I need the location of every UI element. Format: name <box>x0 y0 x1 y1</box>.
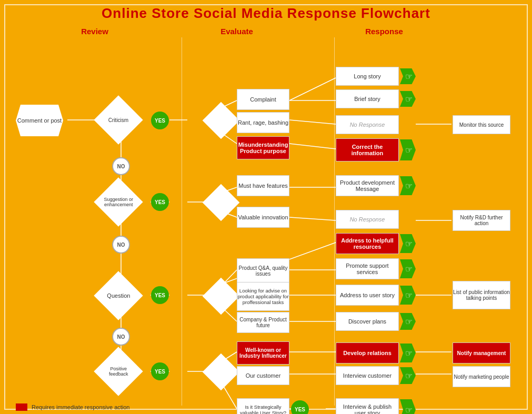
company-product-node: Company & Product future <box>237 312 289 333</box>
address-user-btn[interactable]: ☞ <box>400 286 416 305</box>
col-divider-1 <box>182 37 182 406</box>
flowchart-area: Review Evaluate Response <box>0 27 532 414</box>
evaluate-diamond-positive <box>205 358 237 386</box>
discover-plans-btn[interactable]: ☞ <box>400 313 416 330</box>
question-no: NO <box>112 328 130 346</box>
address-helpful-response: Address to helpfull resources ☞ <box>336 233 416 254</box>
correct-info-response: Correct the information ☞ <box>336 138 416 161</box>
positive-feedback-yes: YES <box>151 362 169 380</box>
suggestion-no: NO <box>112 236 130 254</box>
evaluate-diamond-question <box>205 282 237 310</box>
brief-story-response: Brief story ☞ <box>336 89 416 108</box>
strategic-yes: YES <box>291 400 309 414</box>
product-dev-response: Product development Message ☞ <box>336 175 416 196</box>
svg-line-8 <box>289 120 336 124</box>
notify-marketing-node: Notify marketing people <box>453 366 510 387</box>
notify-mgmt-node: Notify management <box>453 342 510 363</box>
complaint-node: Complaint <box>237 89 289 110</box>
legend: Requires immediate responsive action <box>16 403 129 411</box>
no-response-1: No Response <box>336 115 399 134</box>
product-qa-node: Product Q&A, quality issues <box>237 258 289 284</box>
interview-publish-btn[interactable]: ☞ <box>400 399 416 414</box>
list-public-node: List of public information talking point… <box>453 281 510 309</box>
promote-support-btn[interactable]: ☞ <box>400 259 416 278</box>
develop-relations-response: Develop relations ☞ <box>336 342 416 363</box>
address-helpful-btn[interactable]: ☞ <box>400 234 416 253</box>
rant-node: Rant, rage, bashing <box>237 112 289 133</box>
col-header-review: Review <box>63 27 126 36</box>
notify-rd-node: Notify R&D further action <box>453 210 510 231</box>
strategically-valuable-node: Is it Strategically valuable User Story? <box>237 398 289 414</box>
criticism-no: NO <box>112 157 130 175</box>
product-dev-btn[interactable]: ☞ <box>400 176 416 195</box>
address-user-response: Address to user story ☞ <box>336 285 416 306</box>
criticism-yes: YES <box>151 112 169 129</box>
col-header-evaluate: Evaluate <box>205 27 268 36</box>
suggestion-diamond: Suggestion or enhancement <box>97 184 139 220</box>
must-have-node: Must have features <box>237 175 289 196</box>
page-title: Online Store Social Media Response Flowc… <box>0 0 532 24</box>
question-diamond: Question <box>97 277 139 314</box>
col-header-response: Response <box>353 27 416 36</box>
valuable-innovation-node: Valuable innovation <box>237 207 289 228</box>
no-response-2: No Response <box>336 210 399 229</box>
suggestion-yes: YES <box>151 193 169 211</box>
positive-feedback-diamond: Positive feedback <box>97 353 139 390</box>
long-story-btn[interactable]: ☞ <box>400 68 416 84</box>
develop-relations-btn[interactable]: ☞ <box>400 344 416 362</box>
svg-line-10 <box>289 144 336 149</box>
looking-advise-node: Looking for advise on product applicabil… <box>237 282 289 311</box>
comment-or-post-node: Comment or post <box>16 105 63 136</box>
interview-customer-response: Interview customer ☞ <box>336 366 416 385</box>
svg-line-6 <box>289 78 336 100</box>
discover-plans-response: Discover plans ☞ <box>336 312 416 331</box>
legend-red-box <box>16 403 27 411</box>
monitor-source-node: Monitor this source <box>453 115 510 134</box>
brief-story-btn[interactable]: ☞ <box>400 91 416 107</box>
interview-customer-btn[interactable]: ☞ <box>400 367 416 384</box>
long-story-response: Long story ☞ <box>336 67 416 86</box>
misunderstanding-node: Misunderstanding Product purpose <box>237 136 289 159</box>
well-known-node: Well-known or Industry Influencer <box>237 341 289 365</box>
our-customer-node: Our customer <box>237 366 289 385</box>
col-divider-2 <box>334 37 335 406</box>
evaluate-diamond-suggestion <box>205 189 237 216</box>
promote-support-response: Promote support services ☞ <box>336 258 416 279</box>
interview-publish-response: Interview & publish user story ☞ <box>336 398 416 414</box>
evaluate-diamond-criticism <box>205 107 237 134</box>
main-container: Online Store Social Media Response Flowc… <box>0 0 532 414</box>
question-yes: YES <box>151 286 169 304</box>
criticism-diamond: Criticism <box>97 102 139 138</box>
legend-text: Requires immediate responsive action <box>32 404 129 410</box>
svg-line-19 <box>289 217 336 220</box>
correct-info-btn[interactable]: ☞ <box>400 139 416 160</box>
